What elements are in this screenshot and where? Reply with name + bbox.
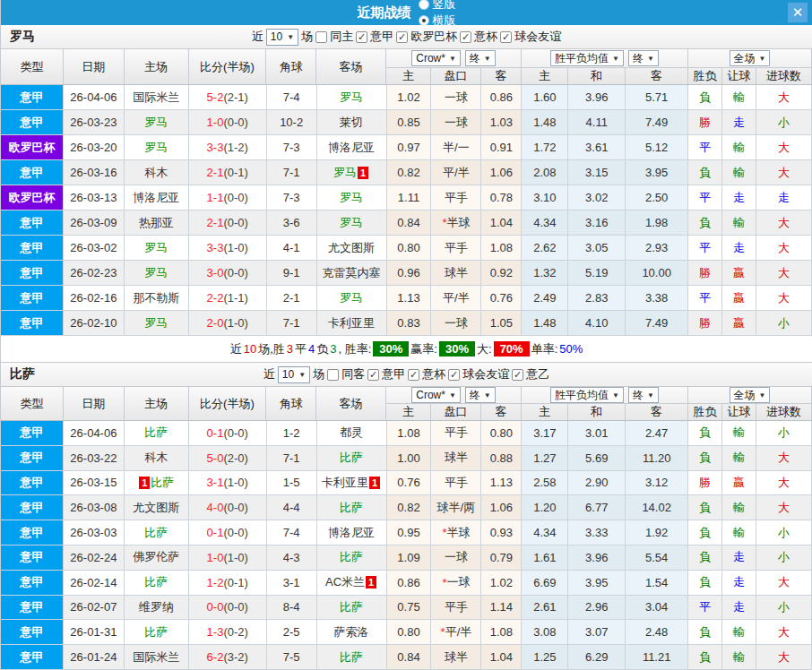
- odds-stage-select[interactable]: 终▼: [465, 50, 496, 66]
- mean-odds-cell: 1.27: [522, 446, 568, 471]
- goals-result-cell: 小: [756, 421, 812, 446]
- handicap-cell: 一球: [431, 110, 481, 135]
- halftime-score: (0-1): [223, 166, 247, 179]
- outcome-cell: 負: [688, 210, 722, 236]
- away-team-name: 卡利亚里: [328, 315, 375, 331]
- checkbox[interactable]: ✓: [500, 31, 512, 43]
- league-filter-label: 意甲: [382, 366, 405, 382]
- header-group: 全场▼胜负让球进球数: [688, 49, 812, 84]
- odds-company-select[interactable]: Crow*▼: [411, 50, 461, 66]
- score-cell: 1-3(0-2): [189, 620, 267, 645]
- odds-cell: 0.80: [387, 236, 432, 261]
- sub-column-header: 胜负: [688, 404, 722, 420]
- mean-odds-cell: 10.00: [626, 261, 688, 286]
- checkbox[interactable]: ✓: [356, 31, 367, 43]
- checkbox[interactable]: [327, 369, 339, 381]
- goals-result-cell: 大: [756, 446, 812, 471]
- rate-badge: 70%: [494, 341, 530, 356]
- filter-bar: 近10▼场同客✓意甲✓意杯✓球会友谊✓意乙: [263, 366, 549, 383]
- mean-type-select[interactable]: 胜平负均值▼: [550, 387, 624, 403]
- mean-odds-cell: 11.21: [626, 645, 688, 670]
- league-cell: 意甲: [1, 571, 64, 596]
- checkbox[interactable]: ✓: [367, 369, 379, 381]
- away-team-cell: 尤文图斯: [317, 236, 387, 261]
- sub-column-header: 主: [522, 404, 568, 420]
- scope-select[interactable]: 全场▼: [730, 50, 771, 66]
- checkbox[interactable]: ✓: [448, 369, 460, 381]
- away-team-cell: 罗马: [317, 210, 387, 236]
- away-team-cell: 罗马: [317, 185, 387, 210]
- fulltime-score: 1-1: [207, 191, 224, 204]
- outcome-cell: 勝: [688, 311, 722, 336]
- fulltime-score: 3-1: [207, 476, 224, 489]
- odds-cell: 0.93: [481, 520, 522, 545]
- away-team-name: 都灵: [340, 425, 363, 441]
- handicap-result-cell: 輸: [722, 495, 756, 520]
- outcome-cell: 平: [688, 236, 722, 261]
- summary-text: 平: [295, 341, 307, 357]
- handicap-result-cell: 走: [722, 110, 756, 135]
- league-cell: 意甲: [1, 286, 64, 311]
- odds-cell: 1.08: [481, 620, 522, 645]
- table-row: 意甲26-03-22科木5-0(2-0)7-1比萨1.00球半0.881.275…: [1, 446, 812, 471]
- handicap-cell: 平手: [431, 471, 481, 496]
- odds-cell: 0.97: [387, 135, 432, 160]
- league-cell: 意甲: [1, 495, 64, 520]
- mean-stage-select[interactable]: 终▼: [628, 50, 659, 66]
- match-count-select[interactable]: 10▼: [278, 366, 310, 383]
- away-team-cell: 比萨: [317, 596, 387, 621]
- fulltime-score: 2-2: [207, 291, 224, 305]
- checkbox[interactable]: ✓: [460, 31, 471, 43]
- fulltime-score: 2-1: [207, 166, 224, 179]
- mean-type-select[interactable]: 胜平负均值▼: [550, 50, 624, 66]
- away-team-name: 萨索洛: [334, 624, 369, 640]
- outcome-cell: 負: [688, 421, 722, 446]
- checkbox[interactable]: ✓: [396, 31, 408, 43]
- handicap-result-cell: 輸: [722, 135, 756, 160]
- league-cell: 意甲: [1, 85, 64, 110]
- away-team-name: 博洛尼亚: [328, 525, 375, 541]
- table-row: 意甲26-03-02罗马3-3(1-0)4-1尤文图斯0.80平手1.082.6…: [1, 236, 812, 261]
- match-count-select[interactable]: 10▼: [266, 29, 298, 46]
- close-icon[interactable]: ✕: [788, 3, 808, 22]
- odds-cell: 0.95: [387, 520, 432, 545]
- handicap-value: 一球: [446, 574, 470, 590]
- checkbox[interactable]: [315, 31, 327, 43]
- handicap-result-cell: 輸: [722, 446, 756, 471]
- table-row: 意甲26-01-24国际米兰6-2(3-2)7-5比萨0.84球半1.041.2…: [1, 645, 812, 670]
- goals-result-cell: 小: [756, 520, 812, 545]
- odds-cell: 0.86: [481, 85, 522, 110]
- sub-column-header: 和: [568, 404, 626, 420]
- halftime-score: (1-1): [223, 291, 247, 305]
- away-team-name: AC米兰: [325, 574, 365, 590]
- column-header: 比分(半场): [189, 387, 267, 420]
- checkbox[interactable]: ✓: [512, 369, 523, 381]
- score-cell: 3-0(0-0): [189, 261, 267, 286]
- checkbox[interactable]: ✓: [408, 369, 419, 381]
- team-name: 罗马: [10, 29, 35, 45]
- odds-cell: 1.11: [387, 185, 432, 210]
- same-venue-label: 同客: [341, 366, 365, 382]
- corner-cell: 7-5: [267, 645, 317, 670]
- home-team-name: 比萨: [144, 574, 168, 590]
- league-filter-label: 意杯: [422, 366, 445, 382]
- orientation-option[interactable]: 竖版: [419, 0, 456, 13]
- corner-cell: 2-5: [267, 620, 317, 645]
- radio-icon[interactable]: [419, 0, 429, 10]
- date-cell: 26-02-16: [64, 286, 125, 311]
- away-team-cell: 都灵: [317, 421, 387, 446]
- date-cell: 26-03-16: [64, 160, 125, 185]
- fulltime-score: 1-0: [207, 551, 224, 564]
- mean-odds-cell: 14.02: [626, 495, 688, 520]
- mean-odds-cell: 3.16: [568, 210, 626, 236]
- handicap-cell: 一球: [431, 311, 481, 336]
- odds-company-select[interactable]: Crow*▼: [411, 387, 461, 403]
- odds-cell: 1.06: [481, 495, 522, 520]
- mean-odds-cell: 3.12: [626, 471, 688, 496]
- scope-select[interactable]: 全场▼: [730, 387, 771, 403]
- table-row: 意甲26-04-06比萨0-1(0-0)1-2都灵1.08平手0.803.173…: [1, 421, 812, 446]
- near-label: 近: [252, 29, 263, 45]
- mean-stage-select[interactable]: 终▼: [628, 387, 659, 403]
- odds-stage-select[interactable]: 终▼: [465, 387, 496, 403]
- home-team-cell: 热那亚: [125, 210, 189, 236]
